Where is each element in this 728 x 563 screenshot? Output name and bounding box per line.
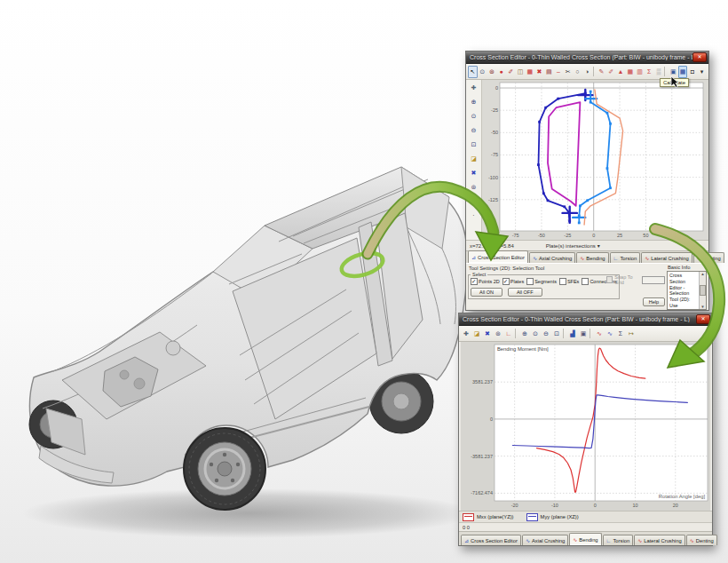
tool-settings-header: Tool Settings (2D): Selection Tool [468,265,603,272]
checkbox-sfes[interactable] [559,278,566,285]
titlebar[interactable]: Cross Section Editor - 0-Thin Walled Cro… [459,313,712,326]
plate-create-tool-icon[interactable]: ▦ [525,66,534,78]
sum-curves-button-icon[interactable]: Σ [615,328,626,340]
open-file-button-icon[interactable]: ◪ [469,152,479,166]
svg-text:-75: -75 [491,152,498,157]
tab-denting[interactable]: ∿Denting [693,252,724,263]
tab-cross-section-editor[interactable]: ⊿Cross Section Editor [461,535,521,545]
tab-cross-section-editor[interactable]: ⊿Cross Section Editor [468,250,528,263]
zoom-window-tool-icon[interactable]: ⊡ [551,328,562,340]
circle-tool-icon[interactable]: ○ [573,66,582,78]
all-off-button[interactable]: All OFF [508,288,542,297]
bending-diagram-window: Cross Section Editor - 0-Thin Walled Cro… [458,313,713,546]
tab-axial-crushing[interactable]: ∿Axial Crushing [529,252,575,263]
spot-weld-tool-icon[interactable]: ✐ [606,66,616,78]
scroll-down-icon[interactable]: ▼ [700,305,704,309]
bending-plot-canvas[interactable]: -20-10010203581.2370-3581.237-7162.474Be… [461,342,710,511]
svg-text:-50: -50 [491,130,498,135]
basic-info-text: Cross Section Editor - Selection Tool (2… [668,272,699,309]
open-file-button-icon[interactable]: ◪ [471,328,482,340]
tab-bending[interactable]: ∿Bending [576,252,608,263]
tab-axial-crushing[interactable]: ∿Axial Crushing [522,535,568,545]
legend-label: Myy (plane (XZ)) [541,514,579,519]
cross-section-plot-canvas[interactable]: -75-50-2502550750-25-50-75-100-125 [482,80,706,240]
fit-view-button-icon[interactable]: ✖ [482,328,493,340]
checkbox-connections[interactable] [582,278,589,285]
layers-tool-icon[interactable]: ▒ [654,66,664,78]
render-mode-button-icon[interactable]: ⊛ [469,180,479,194]
checkbox-segments[interactable] [526,278,534,285]
svg-text:-25: -25 [491,107,498,113]
tab-denting[interactable]: ∿Denting [686,535,717,545]
help-button[interactable]: Help [643,297,665,306]
titlebar[interactable]: Cross Section Editor - 0-Thin Walled Cro… [466,52,708,64]
checkbox-points-2d[interactable] [471,278,478,285]
info-scrollbar[interactable]: ▲ ▼ [699,272,706,309]
zoom-select-tool-icon[interactable]: ⊙ [478,66,487,78]
zoom-out-tool-icon[interactable]: ⊖ [469,123,479,138]
pan-tool-icon[interactable]: ✚ [461,328,471,340]
tab-icon: ∿ [690,537,694,543]
cut-tool-icon[interactable]: ✂ [563,66,573,78]
mesh-tool-icon[interactable]: ▦ [625,66,635,78]
tool-settings-panel: Tool Settings (2D): Selection Tool Selec… [466,263,708,310]
eraser-tool-icon[interactable]: ◫ [516,66,526,78]
calculate-button-icon[interactable]: ▦ [678,66,688,78]
tab-icon: ∟ [613,256,619,261]
curve-blue-toggle-icon[interactable]: ∿ [605,328,615,340]
chart-style-button-icon[interactable]: ▟ [567,328,578,340]
zoom-dynamic-tool-icon[interactable]: ⊙ [530,328,541,340]
scroll-thumb[interactable] [700,285,706,296]
zoom-in-tool-icon[interactable]: ⊕ [519,328,530,340]
fit-view-button-icon[interactable]: ✖ [469,166,479,180]
zoom-out-tool-icon[interactable]: ⊖ [541,328,551,340]
zoom-window-tool-icon[interactable]: ⊡ [469,138,479,152]
select-tool-icon[interactable]: ↖ [468,66,478,78]
analysis-tabs: ⊿Cross Section Editor∿Axial Crushing∿Ben… [459,531,712,545]
table-tool-icon[interactable]: ▤ [544,66,554,78]
more-dropdown-icon[interactable]: ▾ [697,66,707,78]
svg-text:-125: -125 [488,197,498,202]
axes-toggle-icon[interactable]: ∟ [469,194,479,209]
settings-button-icon[interactable]: ⊛ [493,328,503,340]
probe-cursor-tool-icon[interactable]: ↦ [626,328,637,340]
tab-label: Denting [703,256,721,261]
tab-lateral-crushing[interactable]: ∿Lateral Crushing [641,252,692,263]
origin-marker-icon[interactable]: · [469,209,479,223]
tab-icon: ∟ [606,538,612,543]
segment-tool-icon[interactable]: – [554,66,564,78]
tab-label: Torsion [613,538,629,543]
weld-tool-icon[interactable]: ✎ [597,66,606,78]
pan-tool-icon[interactable]: ✚ [469,81,479,95]
close-button[interactable]: ✕ [692,52,707,62]
circle-half-tool-icon[interactable]: ◑ [582,66,592,78]
close-button[interactable]: ✕ [696,314,710,324]
snap-to-grid-checkbox[interactable] [606,276,613,283]
point-create-tool-icon[interactable]: ● [496,66,506,78]
checkbox-plates[interactable] [502,278,510,285]
tab-lateral-crushing[interactable]: ∿Lateral Crushing [634,535,685,545]
plate-delete-tool-icon[interactable]: ✖ [534,66,544,78]
snap-magnet-tool-icon[interactable]: ⊛ [487,66,496,78]
curve-red-toggle-icon[interactable]: ∿ [594,328,605,340]
legend-label: Mxx (plane(YZ)) [477,514,514,519]
zoom-in-tool-icon[interactable]: ⊕ [469,95,479,109]
grid-table-tool-icon[interactable]: ▥ [635,66,645,78]
frame-style-button-icon[interactable]: ▣ [578,328,589,340]
save-results-button-icon[interactable]: ◘ [687,66,697,78]
sum-tool-icon[interactable]: Σ [645,66,654,78]
calculate-tooltip: Calculate [660,78,689,87]
tab-bending[interactable]: ∿Bending [569,533,601,545]
tab-torsion[interactable]: ∟Torsion [603,535,634,545]
tab-torsion[interactable]: ∟Torsion [610,252,641,263]
report-view-button-icon[interactable]: ▣ [669,66,678,78]
pen-tool-icon[interactable]: ✐ [506,66,516,78]
tab-icon: ∿ [697,255,701,261]
all-on-button[interactable]: All ON [471,288,502,297]
cone-tool-icon[interactable]: ▲ [616,66,626,78]
zoom-dynamic-tool-icon[interactable]: ⊙ [469,109,479,123]
axes-toggle-icon[interactable]: ∟ [503,328,514,340]
scroll-up-icon[interactable]: ▲ [700,272,704,276]
snap-grid-size-field[interactable] [642,276,665,284]
intersections-dropdown[interactable]: Plate(s) intersections ▾ [546,242,600,249]
